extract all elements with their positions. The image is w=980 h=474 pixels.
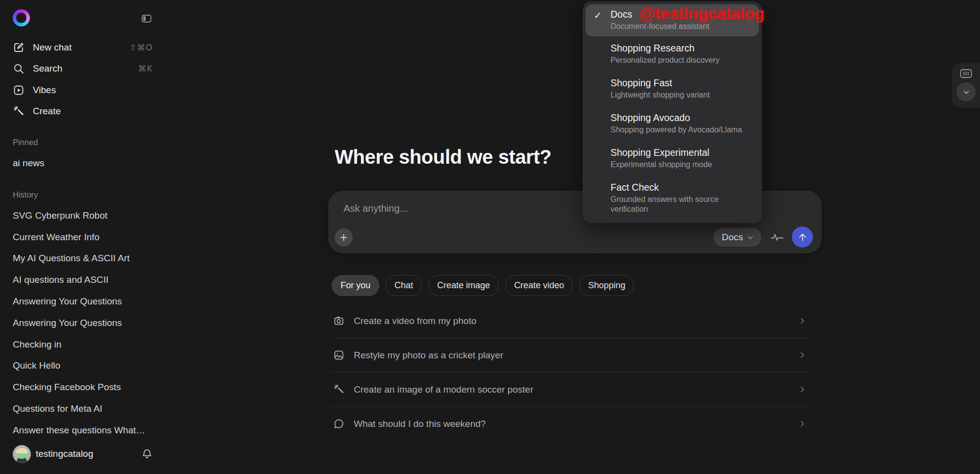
chevron-right-icon xyxy=(798,350,807,360)
sidebar-toggle-icon[interactable] xyxy=(139,12,154,25)
bell-icon[interactable] xyxy=(141,448,153,460)
magic-wand-icon xyxy=(333,384,344,395)
chevron-right-icon xyxy=(798,385,807,394)
cards-icon[interactable] xyxy=(959,68,973,79)
search-icon xyxy=(13,63,24,75)
suggestion-label: Create an image of a modern soccer poste… xyxy=(354,384,533,395)
chevron-down-icon xyxy=(746,233,755,242)
model-menu-item-shopping-avocado[interactable]: Shopping Avocado Shopping powered by Avo… xyxy=(586,106,759,141)
model-subtitle: Document-focused assistant xyxy=(611,22,752,31)
shortcut-new-chat: ⇧⌘O xyxy=(129,43,153,52)
page-title: Where should we start? xyxy=(335,146,551,168)
model-subtitle: Lightweight shopping variant xyxy=(611,90,752,100)
history-item[interactable]: AI questions and ASCII xyxy=(13,269,157,291)
model-title: Shopping Research xyxy=(611,42,752,54)
model-subtitle: Shopping powered by Avocado/Llama xyxy=(611,125,752,135)
history-item[interactable]: Questions for Meta AI xyxy=(13,398,157,420)
sidebar-item-label: Vibes xyxy=(33,85,56,96)
history-item[interactable]: Current Weather Info xyxy=(13,226,157,248)
username: testingcatalog xyxy=(36,449,93,459)
model-title: Shopping Fast xyxy=(611,77,752,89)
sidebar-item-new-chat[interactable]: New chat ⇧⌘O xyxy=(13,37,153,58)
suggestion-row[interactable]: What should I do this weekend? xyxy=(331,406,812,441)
suggestion-list: Create a video from my photo Restyle my … xyxy=(331,304,812,441)
model-subtitle: Experimental shopping mode xyxy=(611,160,752,170)
pinned-section-label: Pinned xyxy=(13,138,38,147)
check-icon: ✓ xyxy=(594,10,602,21)
tab-create-image[interactable]: Create image xyxy=(428,275,499,296)
pinned-chat-item[interactable]: ai news xyxy=(13,158,44,169)
watermark-text: @testingcatalog xyxy=(639,4,764,23)
model-menu-item-shopping-experimental[interactable]: Shopping Experimental Experimental shopp… xyxy=(586,141,759,175)
model-subtitle: Personalized product discovery xyxy=(611,55,752,65)
tab-shopping[interactable]: Shopping xyxy=(579,275,634,296)
history-item[interactable]: My AI Questions & ASCII Art xyxy=(13,248,157,270)
history-item[interactable]: Checking Facebook Posts xyxy=(13,376,157,398)
create-icon xyxy=(13,105,24,117)
new-chat-icon xyxy=(13,42,24,53)
suggestion-row[interactable]: Create an image of a modern soccer poste… xyxy=(331,372,812,406)
category-tabs: For you Chat Create image Create video S… xyxy=(332,275,634,296)
sidebar-item-label: Search xyxy=(33,63,62,74)
suggestion-row[interactable]: Restyle my photo as a cricket player xyxy=(331,338,812,372)
shortcut-search: ⌘K xyxy=(138,64,153,74)
suggestion-label: Restyle my photo as a cricket player xyxy=(354,350,503,361)
image-icon xyxy=(333,349,344,361)
tab-chat[interactable]: Chat xyxy=(386,275,422,296)
model-title: Shopping Avocado xyxy=(611,112,752,124)
voice-waveform-button[interactable] xyxy=(769,226,785,248)
history-item[interactable]: Checking in xyxy=(13,334,157,355)
suggestion-label: Create a video from my photo xyxy=(354,316,476,326)
history-list: SVG Cyberpunk Robot Current Weather Info… xyxy=(13,205,157,441)
history-item[interactable]: SVG Cyberpunk Robot xyxy=(13,205,157,226)
sidebar-item-search[interactable]: Search ⌘K xyxy=(13,58,153,80)
sidebar-item-vibes[interactable]: Vibes xyxy=(13,79,153,101)
camera-icon xyxy=(333,315,344,326)
chevron-right-icon xyxy=(798,419,807,428)
user-profile[interactable]: testingcatalog xyxy=(13,444,153,464)
chat-bubble-icon xyxy=(333,418,344,429)
chevron-right-icon xyxy=(798,316,807,325)
avatar xyxy=(13,445,31,463)
model-menu: ✓ Docs Document-focused assistant Shoppi… xyxy=(583,1,762,223)
tab-for-you[interactable]: For you xyxy=(332,275,379,296)
model-title: Fact Check xyxy=(611,181,752,193)
sidebar: New chat ⇧⌘O Search ⌘K Vibes Create Pinn… xyxy=(0,0,165,474)
sidebar-item-label: Create xyxy=(33,106,61,117)
model-title: Shopping Experimental xyxy=(611,147,752,158)
chevron-down-icon xyxy=(962,88,971,97)
sidebar-item-create[interactable]: Create xyxy=(13,101,153,123)
model-menu-item-fact-check[interactable]: Fact Check Grounded answers with source … xyxy=(586,175,759,220)
plus-icon xyxy=(339,232,349,243)
tab-create-video[interactable]: Create video xyxy=(505,275,573,296)
model-chip-label: Docs xyxy=(722,232,743,243)
attach-plus-button[interactable] xyxy=(335,228,353,247)
history-section-label: History xyxy=(13,190,38,200)
history-item[interactable]: Answering Your Questions xyxy=(13,291,157,312)
send-button[interactable] xyxy=(792,226,813,248)
vibes-icon xyxy=(13,84,24,96)
collapse-panel-button[interactable] xyxy=(956,82,976,101)
model-subtitle: Grounded answers with source verificatio… xyxy=(611,195,752,214)
suggestion-row[interactable]: Create a video from my photo xyxy=(331,304,812,338)
waveform-icon xyxy=(769,231,785,243)
sidebar-nav: New chat ⇧⌘O Search ⌘K Vibes Create xyxy=(13,37,153,122)
suggestion-label: What should I do this weekend? xyxy=(354,419,486,429)
model-selector-chip[interactable]: Docs xyxy=(713,228,761,247)
right-edge-panel xyxy=(952,63,980,108)
history-item[interactable]: Quick Hello xyxy=(13,355,157,377)
model-menu-item-shopping-research[interactable]: Shopping Research Personalized product d… xyxy=(586,36,759,71)
sidebar-item-label: New chat xyxy=(33,42,72,53)
send-arrow-up-icon xyxy=(797,232,808,243)
meta-ai-logo[interactable] xyxy=(13,9,30,26)
history-item[interactable]: Answering Your Questions xyxy=(13,312,157,334)
history-item[interactable]: Answer these questions What… xyxy=(13,420,157,441)
model-menu-item-shopping-fast[interactable]: Shopping Fast Lightweight shopping varia… xyxy=(586,71,759,106)
